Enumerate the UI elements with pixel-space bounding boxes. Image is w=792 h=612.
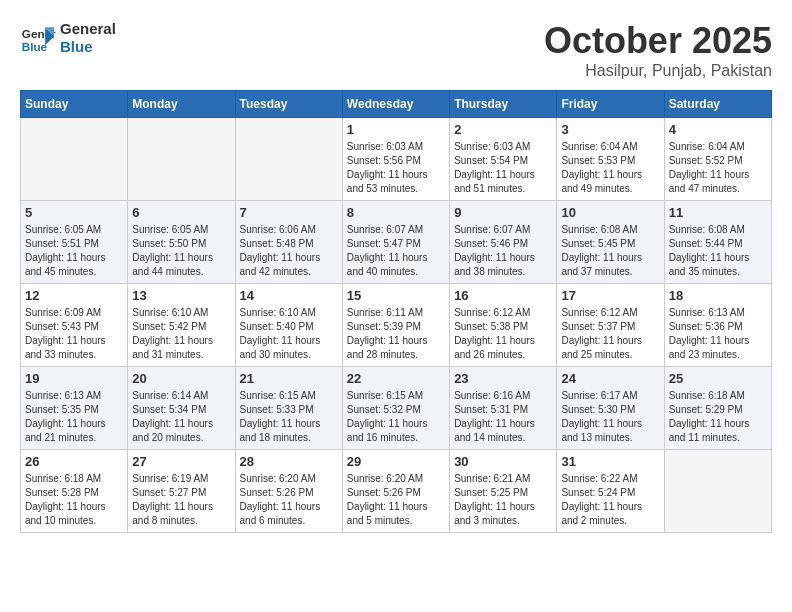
calendar-cell: 25Sunrise: 6:18 AM Sunset: 5:29 PM Dayli… <box>664 367 771 450</box>
day-info: Sunrise: 6:10 AM Sunset: 5:40 PM Dayligh… <box>240 306 338 362</box>
day-number: 25 <box>669 371 767 386</box>
calendar-cell: 1Sunrise: 6:03 AM Sunset: 5:56 PM Daylig… <box>342 118 449 201</box>
weekday-header-monday: Monday <box>128 91 235 118</box>
day-info: Sunrise: 6:09 AM Sunset: 5:43 PM Dayligh… <box>25 306 123 362</box>
day-info: Sunrise: 6:07 AM Sunset: 5:46 PM Dayligh… <box>454 223 552 279</box>
calendar-table: SundayMondayTuesdayWednesdayThursdayFrid… <box>20 90 772 533</box>
calendar-cell: 17Sunrise: 6:12 AM Sunset: 5:37 PM Dayli… <box>557 284 664 367</box>
calendar-cell: 21Sunrise: 6:15 AM Sunset: 5:33 PM Dayli… <box>235 367 342 450</box>
calendar-cell: 13Sunrise: 6:10 AM Sunset: 5:42 PM Dayli… <box>128 284 235 367</box>
day-info: Sunrise: 6:18 AM Sunset: 5:29 PM Dayligh… <box>669 389 767 445</box>
day-number: 28 <box>240 454 338 469</box>
day-number: 17 <box>561 288 659 303</box>
day-info: Sunrise: 6:06 AM Sunset: 5:48 PM Dayligh… <box>240 223 338 279</box>
calendar-cell: 23Sunrise: 6:16 AM Sunset: 5:31 PM Dayli… <box>450 367 557 450</box>
day-info: Sunrise: 6:21 AM Sunset: 5:25 PM Dayligh… <box>454 472 552 528</box>
day-number: 5 <box>25 205 123 220</box>
logo: General Blue General Blue <box>20 20 116 56</box>
logo-icon: General Blue <box>20 20 56 56</box>
title-block: October 2025 Hasilpur, Punjab, Pakistan <box>544 20 772 80</box>
day-number: 8 <box>347 205 445 220</box>
calendar-cell: 6Sunrise: 6:05 AM Sunset: 5:50 PM Daylig… <box>128 201 235 284</box>
day-number: 20 <box>132 371 230 386</box>
day-number: 12 <box>25 288 123 303</box>
calendar-cell <box>235 118 342 201</box>
calendar-week-row: 12Sunrise: 6:09 AM Sunset: 5:43 PM Dayli… <box>21 284 772 367</box>
calendar-week-row: 5Sunrise: 6:05 AM Sunset: 5:51 PM Daylig… <box>21 201 772 284</box>
calendar-cell <box>128 118 235 201</box>
calendar-cell: 11Sunrise: 6:08 AM Sunset: 5:44 PM Dayli… <box>664 201 771 284</box>
day-info: Sunrise: 6:04 AM Sunset: 5:52 PM Dayligh… <box>669 140 767 196</box>
calendar-week-row: 26Sunrise: 6:18 AM Sunset: 5:28 PM Dayli… <box>21 450 772 533</box>
day-info: Sunrise: 6:07 AM Sunset: 5:47 PM Dayligh… <box>347 223 445 279</box>
day-number: 2 <box>454 122 552 137</box>
day-number: 13 <box>132 288 230 303</box>
day-number: 23 <box>454 371 552 386</box>
day-info: Sunrise: 6:16 AM Sunset: 5:31 PM Dayligh… <box>454 389 552 445</box>
day-number: 9 <box>454 205 552 220</box>
calendar-cell: 20Sunrise: 6:14 AM Sunset: 5:34 PM Dayli… <box>128 367 235 450</box>
day-info: Sunrise: 6:12 AM Sunset: 5:37 PM Dayligh… <box>561 306 659 362</box>
day-info: Sunrise: 6:08 AM Sunset: 5:44 PM Dayligh… <box>669 223 767 279</box>
calendar-cell <box>21 118 128 201</box>
day-info: Sunrise: 6:03 AM Sunset: 5:56 PM Dayligh… <box>347 140 445 196</box>
day-info: Sunrise: 6:18 AM Sunset: 5:28 PM Dayligh… <box>25 472 123 528</box>
calendar-cell: 29Sunrise: 6:20 AM Sunset: 5:26 PM Dayli… <box>342 450 449 533</box>
month-title: October 2025 <box>544 20 772 62</box>
day-number: 22 <box>347 371 445 386</box>
day-info: Sunrise: 6:15 AM Sunset: 5:33 PM Dayligh… <box>240 389 338 445</box>
location-subtitle: Hasilpur, Punjab, Pakistan <box>544 62 772 80</box>
calendar-cell: 16Sunrise: 6:12 AM Sunset: 5:38 PM Dayli… <box>450 284 557 367</box>
calendar-cell: 5Sunrise: 6:05 AM Sunset: 5:51 PM Daylig… <box>21 201 128 284</box>
weekday-header-wednesday: Wednesday <box>342 91 449 118</box>
weekday-header-thursday: Thursday <box>450 91 557 118</box>
day-info: Sunrise: 6:13 AM Sunset: 5:36 PM Dayligh… <box>669 306 767 362</box>
day-number: 7 <box>240 205 338 220</box>
day-info: Sunrise: 6:19 AM Sunset: 5:27 PM Dayligh… <box>132 472 230 528</box>
day-info: Sunrise: 6:20 AM Sunset: 5:26 PM Dayligh… <box>240 472 338 528</box>
logo-blue: Blue <box>60 38 116 56</box>
calendar-cell: 30Sunrise: 6:21 AM Sunset: 5:25 PM Dayli… <box>450 450 557 533</box>
calendar-cell: 12Sunrise: 6:09 AM Sunset: 5:43 PM Dayli… <box>21 284 128 367</box>
calendar-cell: 14Sunrise: 6:10 AM Sunset: 5:40 PM Dayli… <box>235 284 342 367</box>
day-info: Sunrise: 6:14 AM Sunset: 5:34 PM Dayligh… <box>132 389 230 445</box>
calendar-cell: 22Sunrise: 6:15 AM Sunset: 5:32 PM Dayli… <box>342 367 449 450</box>
day-number: 27 <box>132 454 230 469</box>
calendar-cell: 27Sunrise: 6:19 AM Sunset: 5:27 PM Dayli… <box>128 450 235 533</box>
calendar-week-row: 1Sunrise: 6:03 AM Sunset: 5:56 PM Daylig… <box>21 118 772 201</box>
calendar-cell: 9Sunrise: 6:07 AM Sunset: 5:46 PM Daylig… <box>450 201 557 284</box>
day-number: 10 <box>561 205 659 220</box>
day-info: Sunrise: 6:17 AM Sunset: 5:30 PM Dayligh… <box>561 389 659 445</box>
day-number: 15 <box>347 288 445 303</box>
calendar-cell: 28Sunrise: 6:20 AM Sunset: 5:26 PM Dayli… <box>235 450 342 533</box>
day-info: Sunrise: 6:11 AM Sunset: 5:39 PM Dayligh… <box>347 306 445 362</box>
day-number: 29 <box>347 454 445 469</box>
calendar-cell: 26Sunrise: 6:18 AM Sunset: 5:28 PM Dayli… <box>21 450 128 533</box>
day-number: 30 <box>454 454 552 469</box>
day-info: Sunrise: 6:05 AM Sunset: 5:50 PM Dayligh… <box>132 223 230 279</box>
calendar-cell: 15Sunrise: 6:11 AM Sunset: 5:39 PM Dayli… <box>342 284 449 367</box>
calendar-cell: 8Sunrise: 6:07 AM Sunset: 5:47 PM Daylig… <box>342 201 449 284</box>
day-info: Sunrise: 6:13 AM Sunset: 5:35 PM Dayligh… <box>25 389 123 445</box>
calendar-cell: 2Sunrise: 6:03 AM Sunset: 5:54 PM Daylig… <box>450 118 557 201</box>
day-info: Sunrise: 6:22 AM Sunset: 5:24 PM Dayligh… <box>561 472 659 528</box>
logo-general: General <box>60 20 116 38</box>
day-info: Sunrise: 6:15 AM Sunset: 5:32 PM Dayligh… <box>347 389 445 445</box>
calendar-cell: 19Sunrise: 6:13 AM Sunset: 5:35 PM Dayli… <box>21 367 128 450</box>
day-number: 31 <box>561 454 659 469</box>
calendar-week-row: 19Sunrise: 6:13 AM Sunset: 5:35 PM Dayli… <box>21 367 772 450</box>
day-info: Sunrise: 6:05 AM Sunset: 5:51 PM Dayligh… <box>25 223 123 279</box>
day-info: Sunrise: 6:08 AM Sunset: 5:45 PM Dayligh… <box>561 223 659 279</box>
day-number: 24 <box>561 371 659 386</box>
day-number: 21 <box>240 371 338 386</box>
day-info: Sunrise: 6:12 AM Sunset: 5:38 PM Dayligh… <box>454 306 552 362</box>
day-info: Sunrise: 6:04 AM Sunset: 5:53 PM Dayligh… <box>561 140 659 196</box>
day-number: 11 <box>669 205 767 220</box>
weekday-header-saturday: Saturday <box>664 91 771 118</box>
weekday-header-friday: Friday <box>557 91 664 118</box>
calendar-cell: 18Sunrise: 6:13 AM Sunset: 5:36 PM Dayli… <box>664 284 771 367</box>
calendar-cell: 3Sunrise: 6:04 AM Sunset: 5:53 PM Daylig… <box>557 118 664 201</box>
weekday-header-tuesday: Tuesday <box>235 91 342 118</box>
day-number: 1 <box>347 122 445 137</box>
calendar-cell <box>664 450 771 533</box>
